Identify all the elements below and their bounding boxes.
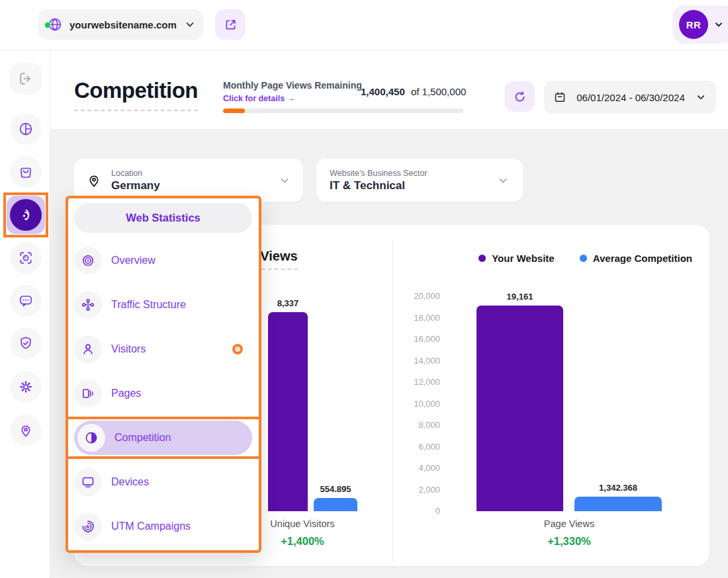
sidebar-toggle-icon (18, 71, 34, 87)
y-axis-tick: 12,000 (392, 377, 440, 387)
chevron-down-icon (695, 91, 707, 103)
chevron-down-icon (713, 19, 725, 30)
menu-item-label: Overview (111, 255, 156, 267)
app-root: yourwebsitename.com RR Competition Month… (0, 0, 728, 578)
category-label: Page Views (490, 518, 649, 529)
menu-item-utm-campaigns[interactable]: UTM Campaigns (74, 511, 252, 542)
change-percent-label: +1,330% (490, 535, 649, 548)
contrast-icon (77, 424, 105, 452)
shield-check-icon (18, 335, 34, 351)
web-statistics-flyout: Web Statistics OverviewTraffic Structure… (66, 196, 261, 553)
menu-item-label: Devices (111, 476, 149, 488)
bar-average-competition (574, 497, 662, 511)
sidebar-item-collapse[interactable] (10, 63, 42, 95)
chevron-down-icon (183, 18, 197, 31)
avatar: RR (679, 10, 708, 39)
y-axis-tick: 8,000 (392, 420, 440, 430)
sidebar-item-feedback[interactable] (10, 285, 42, 317)
date-range-value: 06/01/2024 - 06/30/2024 (573, 92, 688, 103)
quota-used: 1,400,450 (361, 86, 405, 97)
status-dot (44, 22, 51, 28)
globe-icon (47, 17, 63, 32)
y-axis-tick: 18,000 (392, 313, 440, 323)
menu-item-label: UTM Campaigns (111, 520, 191, 532)
sector-label: Website's Business Sector (330, 169, 496, 178)
website-selector[interactable]: yourwebsitename.com (38, 9, 203, 40)
y-axis-tick: 2,000 (392, 485, 440, 495)
map-pin-icon (18, 423, 34, 438)
spiral-icon (74, 513, 102, 540)
quota-details-link[interactable]: Click for details → (223, 94, 295, 103)
sidebar-item-analytics[interactable] (10, 113, 42, 145)
sidebar-item-settings[interactable] (10, 371, 42, 403)
person-icon (74, 335, 102, 363)
bar-value-label: 554.895 (296, 484, 375, 494)
y-axis-tick: 16,000 (392, 334, 440, 344)
y-axis-tick: 20,000 (392, 291, 440, 301)
open-website-button[interactable] (215, 9, 246, 40)
refresh-button[interactable] (504, 81, 535, 112)
menu-item-competition[interactable]: Competition (74, 421, 252, 455)
refresh-icon (513, 90, 527, 104)
sidebar-item-security[interactable] (10, 327, 42, 359)
sidebar-item-scan[interactable] (10, 242, 42, 274)
sidebar-item-store[interactable] (10, 156, 42, 188)
bar-your-website (477, 306, 563, 511)
bar-value-label: 1,342.368 (578, 483, 658, 493)
menu-item-label: Competition (114, 432, 171, 444)
menu-item-devices[interactable]: Devices (74, 466, 252, 498)
sidebar-item-location[interactable] (10, 415, 42, 446)
y-axis-tick: 14,000 (392, 356, 440, 366)
flyout-title: Web Statistics (74, 203, 252, 233)
external-link-icon (224, 18, 238, 32)
y-axis-tick: 0 (392, 506, 440, 516)
sector-value: IT & Technical (330, 179, 496, 192)
visitors-marker-dot (232, 344, 243, 354)
chat-bubble-icon (18, 293, 34, 309)
menu-item-overview[interactable]: Overview (74, 245, 252, 276)
quota-progress-fill (223, 108, 245, 113)
calendar-icon (553, 91, 567, 104)
date-range-picker[interactable]: 06/01/2024 - 06/30/2024 (544, 81, 716, 114)
website-name: yourwebsitename.com (69, 19, 177, 30)
menu-item-pages[interactable]: Pages (74, 378, 252, 409)
pie-chart-icon (18, 121, 34, 137)
location-label: Location (111, 169, 269, 178)
quota-total: of 1,500,000 (411, 86, 466, 97)
menu-item-label: Pages (111, 388, 141, 399)
bar-value-label: 19,161 (480, 292, 560, 302)
chevron-down-icon (278, 174, 291, 187)
shopping-bag-icon (18, 164, 34, 180)
share-nodes-icon (74, 291, 102, 319)
y-axis-tick: 4,000 (392, 463, 440, 473)
map-pin-icon (86, 173, 102, 188)
monitor-icon (74, 468, 102, 496)
y-axis-tick: 10,000 (392, 399, 440, 409)
quota-progress-bar (223, 108, 463, 113)
chart-panel-page-views: 20,00018,00016,00014,00012,00010,0008,00… (392, 225, 709, 566)
gear-icon (18, 379, 34, 395)
target-icon (74, 247, 102, 274)
scan-icon (18, 250, 34, 266)
quota-value: 1,400,450 of 1,500,000 (361, 86, 466, 97)
user-menu[interactable]: RR (672, 5, 728, 44)
sector-filter[interactable]: Website's Business Sector IT & Technical (316, 159, 523, 202)
bar-your-website (268, 312, 308, 511)
chevron-down-icon (496, 174, 510, 187)
y-axis-tick: 6,000 (392, 442, 440, 452)
bar-average-competition (314, 498, 357, 511)
menu-item-label: Visitors (111, 343, 146, 355)
sidebar-annotation-box (3, 192, 48, 237)
menu-item-label: Traffic Structure (111, 299, 186, 311)
location-value: Germany (111, 179, 269, 192)
page-title: Competition (74, 78, 198, 111)
quota-label: Monthly Page Views Remaining (223, 80, 362, 91)
menu-item-traffic-structure[interactable]: Traffic Structure (74, 289, 252, 321)
menu-item-visitors[interactable]: Visitors (74, 333, 252, 365)
pages-icon (74, 380, 102, 407)
